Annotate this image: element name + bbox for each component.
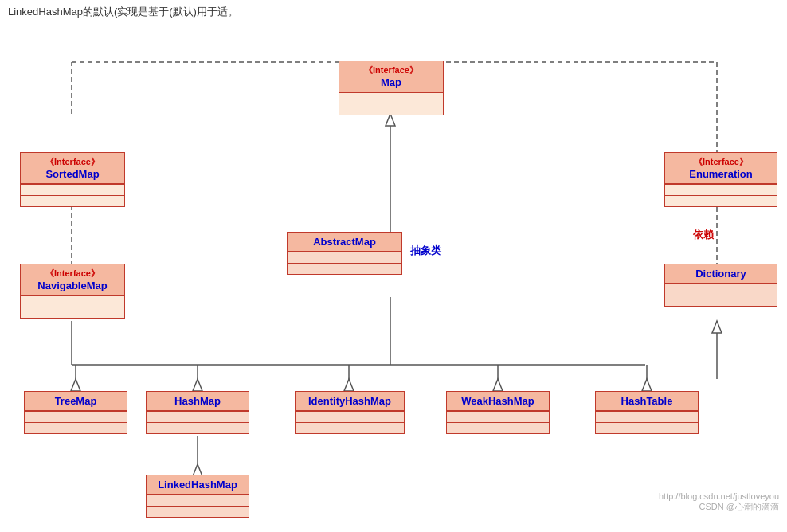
- svg-marker-22: [493, 379, 503, 391]
- svg-marker-24: [642, 379, 652, 391]
- box-sortedmap-section1: [21, 184, 124, 195]
- svg-marker-18: [193, 379, 202, 391]
- box-linkedhashmap-name: LinkedHashMap: [153, 479, 242, 491]
- box-identityhashmap-section2: [296, 422, 404, 433]
- watermark-line2: CSDN @心潮的滴滴: [659, 501, 779, 513]
- box-hashtable: HashTable: [595, 391, 699, 434]
- box-navigablemap-header: 《Interface》 NavigableMap: [21, 264, 124, 295]
- box-hashtable-section2: [596, 422, 698, 433]
- box-dictionary-header: Dictionary: [665, 264, 777, 284]
- box-weakhashmap-section2: [447, 422, 549, 433]
- box-linkedhashmap-section2: [147, 506, 249, 517]
- box-treemap-section2: [25, 422, 127, 433]
- box-weakhashmap: WeakHashMap: [446, 391, 550, 434]
- box-hashtable-header: HashTable: [596, 392, 698, 411]
- box-hashmap-section1: [147, 411, 249, 422]
- box-sortedmap: 《Interface》 SortedMap: [20, 152, 125, 207]
- box-sortedmap-header: 《Interface》 SortedMap: [21, 153, 124, 184]
- box-abstractmap: AbstractMap: [287, 232, 402, 275]
- box-map-name: Map: [346, 76, 437, 88]
- box-hashtable-name: HashTable: [602, 395, 691, 407]
- box-dictionary-section2: [665, 295, 777, 306]
- box-hashmap-name: HashMap: [153, 395, 242, 407]
- box-dictionary-section1: [665, 284, 777, 295]
- box-enumeration-name: Enumeration: [671, 168, 770, 180]
- box-abstractmap-section2: [288, 263, 401, 274]
- box-linkedhashmap-header: LinkedHashMap: [147, 475, 249, 495]
- box-abstractmap-section1: [288, 252, 401, 263]
- box-enumeration-section1: [665, 184, 777, 195]
- box-hashmap: HashMap: [146, 391, 249, 434]
- box-navigablemap-section2: [21, 307, 124, 318]
- box-enumeration-section2: [665, 195, 777, 206]
- svg-marker-7: [386, 114, 395, 126]
- top-text: LinkedHashMap的默认(实现是基于(默认)用于适。: [0, 0, 787, 22]
- diagram-area: 《Interface》 Map 《Interface》 SortedMap 《I…: [0, 22, 787, 524]
- box-sortedmap-section2: [21, 195, 124, 206]
- box-map: 《Interface》 Map: [339, 61, 444, 115]
- box-map-header: 《Interface》 Map: [339, 61, 443, 92]
- box-abstractmap-header: AbstractMap: [288, 233, 401, 252]
- box-navigablemap: 《Interface》 NavigableMap: [20, 264, 125, 319]
- box-enumeration: 《Interface》 Enumeration: [664, 152, 777, 207]
- box-weakhashmap-header: WeakHashMap: [447, 392, 549, 411]
- box-dictionary-name: Dictionary: [671, 268, 770, 280]
- label-depend: 依赖: [693, 228, 714, 242]
- svg-marker-16: [71, 379, 80, 391]
- box-map-section1: [339, 92, 443, 104]
- box-sortedmap-name: SortedMap: [27, 168, 118, 180]
- box-abstractmap-name: AbstractMap: [294, 236, 395, 248]
- svg-marker-20: [344, 379, 354, 391]
- box-identityhashmap-name: IdentityHashMap: [302, 395, 397, 407]
- box-hashmap-section2: [147, 422, 249, 433]
- box-navigablemap-stereotype: 《Interface》: [27, 268, 118, 280]
- box-map-stereotype: 《Interface》: [346, 65, 437, 76]
- box-treemap-section1: [25, 411, 127, 422]
- box-treemap: TreeMap: [24, 391, 127, 434]
- box-identityhashmap-header: IdentityHashMap: [296, 392, 404, 411]
- box-identityhashmap-section1: [296, 411, 404, 422]
- box-hashmap-header: HashMap: [147, 392, 249, 411]
- watermark-line1: http://blog.csdn.net/justloveyou: [659, 491, 779, 501]
- box-identityhashmap: IdentityHashMap: [295, 391, 405, 434]
- box-enumeration-stereotype: 《Interface》: [671, 156, 770, 168]
- svg-marker-29: [712, 321, 722, 333]
- box-hashtable-section1: [596, 411, 698, 422]
- box-linkedhashmap: LinkedHashMap: [146, 475, 249, 518]
- box-navigablemap-section1: [21, 295, 124, 307]
- box-sortedmap-stereotype: 《Interface》: [27, 156, 118, 168]
- box-linkedhashmap-section1: [147, 495, 249, 506]
- box-treemap-header: TreeMap: [25, 392, 127, 411]
- box-weakhashmap-section1: [447, 411, 549, 422]
- box-treemap-name: TreeMap: [31, 395, 120, 407]
- box-enumeration-header: 《Interface》 Enumeration: [665, 153, 777, 184]
- label-abstract: 抽象类: [410, 244, 441, 258]
- box-weakhashmap-name: WeakHashMap: [453, 395, 542, 407]
- watermark: http://blog.csdn.net/justloveyou CSDN @心…: [659, 491, 779, 513]
- box-navigablemap-name: NavigableMap: [27, 280, 118, 291]
- box-dictionary: Dictionary: [664, 264, 777, 307]
- box-map-section2: [339, 104, 443, 115]
